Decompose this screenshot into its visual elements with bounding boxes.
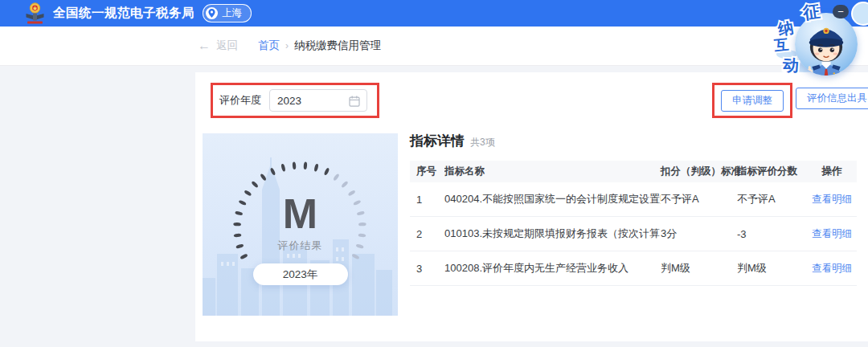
indicators-section: 指标详情 共3项 序号 指标名称 扣分（判级）标准 指标评价分数 操作 1 04… <box>410 132 857 286</box>
location-label: 上海 <box>222 6 242 20</box>
year-filter-label: 评价年度 <box>219 93 261 108</box>
breadcrumb-separator: › <box>285 40 289 51</box>
back-arrow-icon: ← <box>198 39 211 52</box>
cell-standard: 3分 <box>661 227 737 241</box>
table-row: 1 040204.不能按照国家统一的会计制度规定设置账簿，并... 不予评A 不… <box>410 182 857 217</box>
cell-no: 1 <box>410 194 444 206</box>
svg-text:纳: 纳 <box>776 18 795 38</box>
col-header-standard: 扣分（判级）标准 <box>661 165 737 178</box>
minimize-widget-button[interactable]: − <box>833 5 849 18</box>
breadcrumb-current: 纳税缴费信用管理 <box>294 39 381 53</box>
view-detail-link[interactable]: 查看明细 <box>812 194 852 205</box>
apply-adjustment-annotation-box: 申请调整 <box>712 83 792 118</box>
rating-year-pill: 2023年 <box>253 263 348 285</box>
view-detail-link[interactable]: 查看明细 <box>812 228 852 239</box>
cell-name: 040204.不能按照国家统一的会计制度规定设置账簿，并... <box>444 192 661 206</box>
table-row: 2 010103.未按规定期限填报财务报表（按次计算） 3分 -3 查看明细 <box>410 217 857 251</box>
apply-adjustment-button[interactable]: 申请调整 <box>721 90 784 112</box>
tax-officer-mascot-icon <box>795 18 858 76</box>
calendar-icon[interactable] <box>349 96 360 107</box>
location-pin-icon <box>206 7 218 19</box>
cell-score: 不予评A <box>737 192 810 206</box>
cell-standard: 不予评A <box>661 192 737 206</box>
cloud-decoration <box>776 50 797 59</box>
table-row: 3 100208.评价年度内无生产经营业务收入 判M级 判M级 查看明细 <box>410 251 857 286</box>
interaction-mascot-widget[interactable]: 征 纳 互 动 − <box>770 0 868 80</box>
china-tax-emblem-icon <box>24 2 46 25</box>
view-detail-link[interactable]: 查看明细 <box>812 263 852 274</box>
back-label: 返回 <box>216 39 238 53</box>
mascot-circle <box>795 13 858 76</box>
cell-no: 3 <box>410 263 444 275</box>
cell-score: -3 <box>737 228 810 240</box>
cell-score: 判M级 <box>737 261 810 276</box>
col-header-action: 操作 <box>810 165 854 178</box>
rating-grade: M <box>203 193 398 235</box>
col-header-score: 指标评价分数 <box>737 165 810 178</box>
indicators-title: 指标详情 <box>410 132 465 150</box>
app-title: 全国统一规范电子税务局 <box>53 5 194 22</box>
year-value: 2023 <box>277 95 301 107</box>
content-card: 评价年度 2023 申请调整 评价信息出具 <box>195 72 868 341</box>
corner-widget-button[interactable] <box>851 2 868 26</box>
year-filter-annotation-box: 评价年度 2023 <box>211 83 379 118</box>
breadcrumb-home-link[interactable]: 首页 <box>258 39 280 53</box>
rating-caption: 评价结果 <box>203 239 398 253</box>
cell-standard: 判M级 <box>661 261 737 276</box>
cell-name: 010103.未按规定期限填报财务报表（按次计算） <box>444 227 661 241</box>
col-header-no: 序号 <box>410 165 444 178</box>
location-selector[interactable]: 上海 <box>203 4 252 22</box>
app-screen: 全国统一规范电子税务局 上海 ← 返回 首页 › 纳税缴费信用管理 评价年度 2… <box>0 0 868 347</box>
table-header-row: 序号 指标名称 扣分（判级）标准 指标评价分数 操作 <box>410 161 857 182</box>
breadcrumb-bar: ← 返回 首页 › 纳税缴费信用管理 <box>0 27 868 66</box>
rating-result-card: M 评价结果 2023年 <box>203 133 398 316</box>
top-header-bar: 全国统一规范电子税务局 上海 <box>0 0 868 27</box>
cell-no: 2 <box>410 228 444 240</box>
year-date-input[interactable]: 2023 <box>269 89 367 112</box>
col-header-name: 指标名称 <box>444 165 661 178</box>
back-button[interactable]: ← 返回 <box>198 39 238 53</box>
indicators-count-badge: 共3项 <box>470 136 495 149</box>
cell-name: 100208.评价年度内无生产经营业务收入 <box>444 261 661 276</box>
issue-evaluation-info-button[interactable]: 评价信息出具 <box>796 88 868 109</box>
